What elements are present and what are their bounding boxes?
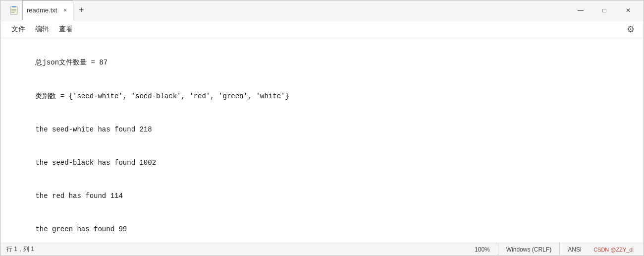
notepad-icon [4,0,22,20]
editor-content: 总json文件数量 = 87 类别数 = {'seed-white', 'see… [10,46,634,243]
line-ending-label: Windows (CRLF) [506,246,551,253]
editor-line-6: the green has found 99 [35,225,127,233]
title-bar: readme.txt × + — □ ✕ [0,0,644,20]
editor-line-1: 总json文件数量 = 87 [35,59,107,66]
menu-view[interactable]: 查看 [54,23,78,36]
window-controls: — □ ✕ [569,0,644,20]
menu-edit[interactable]: 编辑 [30,23,54,36]
tab-area: readme.txt × + [4,0,89,20]
zoom-level: 100% [475,246,490,253]
csdn-badge: CSDN @ZZY_dl [590,247,638,253]
close-window-button[interactable]: ✕ [617,3,640,18]
encoding-label: ANSI [568,246,582,253]
maximize-button[interactable]: □ [593,3,616,18]
status-position: 行 1，列 1 [6,245,467,254]
minimize-button[interactable]: — [569,3,592,18]
main-window: readme.txt × + — □ ✕ 文件 编辑 查看 ⚙ 总json文件数… [0,0,644,256]
active-tab[interactable]: readme.txt × [22,0,73,20]
status-right: 100% Windows (CRLF) ANSI CSDN @ZZY_dl [467,243,638,256]
title-bar-left: readme.txt × + [0,0,569,20]
editor-line-3: the seed-white has found 218 [35,126,152,133]
editor-line-2: 类别数 = {'seed-white', 'seed-black', 'red'… [35,92,289,100]
csdn-text: CSDN @ZZY_dl [593,247,634,253]
tab-filename: readme.txt [27,6,57,14]
status-zoom: 100% [467,243,498,256]
svg-rect-1 [12,6,16,7]
new-tab-button[interactable]: + [73,0,89,20]
status-encoding: ANSI [559,243,590,256]
menu-file[interactable]: 文件 [6,23,30,36]
settings-icon[interactable]: ⚙ [624,22,638,36]
status-line-ending: Windows (CRLF) [498,243,559,256]
editor-area[interactable]: 总json文件数量 = 87 类别数 = {'seed-white', 'see… [0,38,644,243]
editor-line-4: the seed-black has found 1002 [35,159,156,167]
editor-line-5: the red has found 114 [35,192,122,200]
cursor-position: 行 1，列 1 [6,246,34,253]
status-bar: 行 1，列 1 100% Windows (CRLF) ANSI CSDN @Z… [0,243,644,256]
tab-close-button[interactable]: × [61,6,69,14]
menu-bar-right: ⚙ [624,22,638,36]
menu-bar: 文件 编辑 查看 ⚙ [0,20,644,38]
svg-rect-0 [10,6,17,14]
